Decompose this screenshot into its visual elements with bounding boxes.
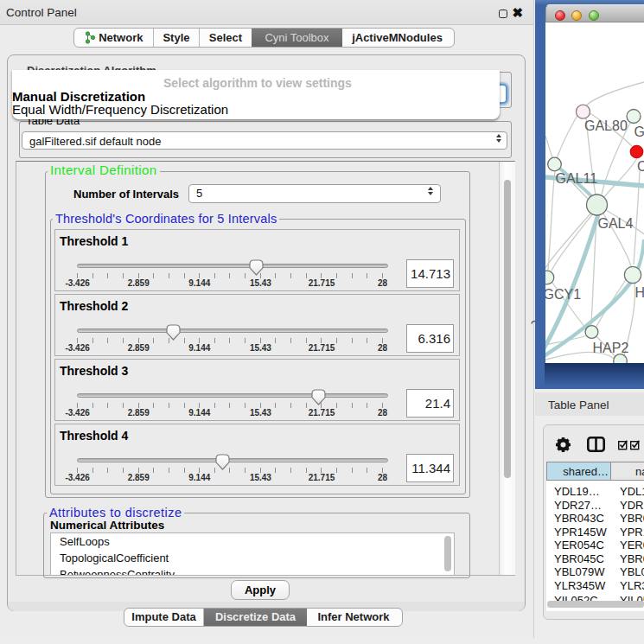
svg-text:GA: GA [634,124,644,139]
svg-text:CY: CY [637,159,644,174]
svg-text:GCY1: GCY1 [545,287,581,302]
svg-text:HAP2: HAP2 [593,341,629,355]
svg-text:GAL11: GAL11 [556,171,598,186]
svg-text:GAL4: GAL4 [598,216,634,231]
svg-text:H: H [635,285,644,300]
svg-text:GAL80: GAL80 [584,118,628,133]
